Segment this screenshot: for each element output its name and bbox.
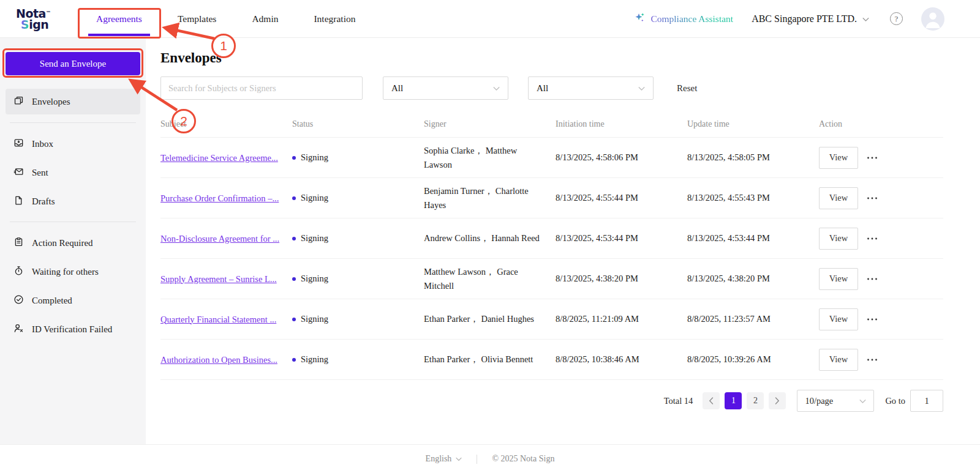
reset-button[interactable]: Reset (677, 83, 697, 94)
sidebar-divider (10, 222, 136, 222)
status-text: Signing (301, 354, 328, 365)
table-row: Authorization to Open Busines... Signing… (160, 340, 943, 380)
subject-link[interactable]: Quarterly Financial Statement ... (160, 315, 276, 324)
sidebar-item-drafts[interactable]: Drafts (6, 189, 140, 214)
view-button[interactable]: View (819, 147, 858, 169)
user-avatar[interactable] (921, 7, 944, 31)
view-button[interactable]: View (819, 228, 858, 250)
compliance-assistant-button[interactable]: Compliance Assistant (634, 12, 733, 26)
initiation-time-cell: 8/8/2025, 10:38:46 AM (556, 354, 687, 365)
sidebar-item-action-required[interactable]: Action Required (6, 231, 140, 255)
sidebar-item-sent[interactable]: Sent (6, 160, 140, 185)
top-navigation-bar: Nota™ Sign Agreements Templates Admin In… (0, 0, 980, 38)
status-dot (292, 277, 296, 281)
signer-cell: Benjamin Turner， Charlotte Hayes (424, 184, 556, 212)
subject-link[interactable]: Authorization to Open Busines... (160, 355, 277, 365)
copyright-text: © 2025 Nota Sign (492, 454, 554, 464)
action-required-icon (13, 237, 24, 250)
subject-link[interactable]: Purchase Order Confirmation –... (160, 193, 279, 203)
more-actions-icon[interactable] (867, 196, 878, 200)
sparkle-icon (634, 12, 646, 26)
pagination-next-button[interactable] (769, 392, 786, 409)
update-time-cell: 8/8/2025, 10:39:26 AM (687, 354, 819, 365)
logo-gradient-s: S (21, 18, 29, 31)
chevron-down-icon (862, 13, 869, 24)
tab-templates[interactable]: Templates (168, 0, 225, 37)
view-button[interactable]: View (819, 349, 858, 371)
subject-link[interactable]: Telemedicine Service Agreeme... (160, 153, 278, 163)
sidebar-item-waiting-for-others[interactable]: Waiting for others (6, 259, 140, 284)
chevron-down-icon (493, 83, 500, 94)
sidebar-item-completed[interactable]: Completed (6, 288, 140, 313)
organization-selector[interactable]: ABC Singapore PTE LTD. (752, 13, 869, 24)
status-text: Signing (301, 274, 328, 284)
footer: English © 2025 Nota Sign (0, 444, 980, 473)
update-time-cell: 8/13/2025, 4:38:20 PM (687, 274, 819, 284)
update-time-cell: 8/13/2025, 4:55:43 PM (687, 193, 819, 203)
send-envelope-button[interactable]: Send an Envelope (6, 52, 140, 75)
column-header-update-time: Update time (687, 119, 819, 129)
page-size-dropdown[interactable]: 10/page (797, 390, 874, 412)
status-dot (292, 358, 296, 362)
time-filter-dropdown[interactable]: All (528, 76, 654, 100)
nota-sign-logo[interactable]: Nota™ Sign (16, 8, 70, 30)
initiation-time-cell: 8/8/2025, 11:21:09 AM (556, 314, 687, 324)
person-icon (922, 10, 943, 31)
pagination-prev-button[interactable] (703, 392, 720, 409)
status-dot (292, 156, 296, 160)
more-actions-icon[interactable] (867, 318, 878, 321)
table-row: Purchase Order Confirmation –... Signing… (160, 178, 943, 218)
initiation-time-cell: 8/13/2025, 4:38:20 PM (556, 274, 687, 284)
signer-cell: Ethan Parker， Olivia Bennett (424, 352, 556, 367)
column-header-status: Status (292, 119, 424, 129)
table-row: Quarterly Financial Statement ... Signin… (160, 299, 943, 340)
more-actions-icon[interactable] (867, 237, 878, 240)
pagination: Total 14 1 2 10/page Go to (160, 390, 943, 412)
view-button[interactable]: View (819, 308, 858, 330)
signer-cell: Ethan Parker， Daniel Hughes (424, 312, 556, 326)
tab-agreements[interactable]: Agreements (87, 0, 151, 37)
table-row: Telemedicine Service Agreeme... Signing … (160, 138, 943, 178)
pagination-page-2[interactable]: 2 (747, 392, 764, 409)
waiting-icon (13, 266, 24, 278)
column-header-action: Action (819, 119, 943, 129)
tab-admin[interactable]: Admin (243, 0, 287, 37)
more-actions-icon[interactable] (867, 156, 878, 160)
sent-icon (13, 166, 24, 179)
primary-nav-tabs: Agreements Templates Admin Integration (87, 0, 382, 37)
goto-page-input[interactable] (910, 390, 943, 412)
topbar-right-group: Compliance Assistant ABC Singapore PTE L… (634, 7, 944, 31)
update-time-cell: 8/8/2025, 11:23:57 AM (687, 314, 819, 324)
search-input[interactable] (160, 76, 363, 100)
view-button[interactable]: View (819, 187, 858, 209)
chevron-down-icon (859, 396, 866, 406)
status-text: Signing (301, 193, 328, 203)
status-text: Signing (301, 233, 328, 244)
sidebar-menu: Envelopes Inbox Sent (0, 89, 146, 341)
logo-text-ign: ign (29, 18, 48, 31)
help-icon[interactable]: ? (890, 12, 903, 25)
tab-integration[interactable]: Integration (304, 0, 364, 37)
sidebar-item-inbox[interactable]: Inbox (6, 132, 140, 156)
filter-bar: All All Reset (160, 76, 943, 100)
envelopes-icon (13, 95, 24, 108)
subject-link[interactable]: Non-Disclosure Agreement for ... (160, 234, 279, 244)
completed-icon (13, 294, 24, 307)
status-filter-dropdown[interactable]: All (383, 76, 508, 100)
page-title: Envelopes (160, 50, 943, 66)
view-button[interactable]: View (819, 268, 858, 290)
initiation-time-cell: 8/13/2025, 4:55:44 PM (556, 193, 687, 203)
status-dot (292, 196, 296, 200)
language-selector[interactable]: English (426, 454, 462, 464)
sidebar-item-envelopes[interactable]: Envelopes (6, 89, 140, 114)
more-actions-icon[interactable] (867, 277, 878, 281)
main-content: Envelopes All All Reset Subject Status (146, 38, 980, 444)
status-dot (292, 318, 296, 321)
subject-link[interactable]: Supply Agreement – Sunrise L... (160, 274, 277, 284)
pagination-page-1[interactable]: 1 (725, 392, 742, 409)
sidebar-item-id-verification-failed[interactable]: ID Verification Failed (6, 317, 140, 341)
update-time-cell: 8/13/2025, 4:58:05 PM (687, 152, 819, 163)
more-actions-icon[interactable] (867, 358, 878, 362)
signer-cell: Matthew Lawson， Grace Mitchell (424, 265, 556, 293)
trademark-symbol: ™ (46, 10, 51, 16)
